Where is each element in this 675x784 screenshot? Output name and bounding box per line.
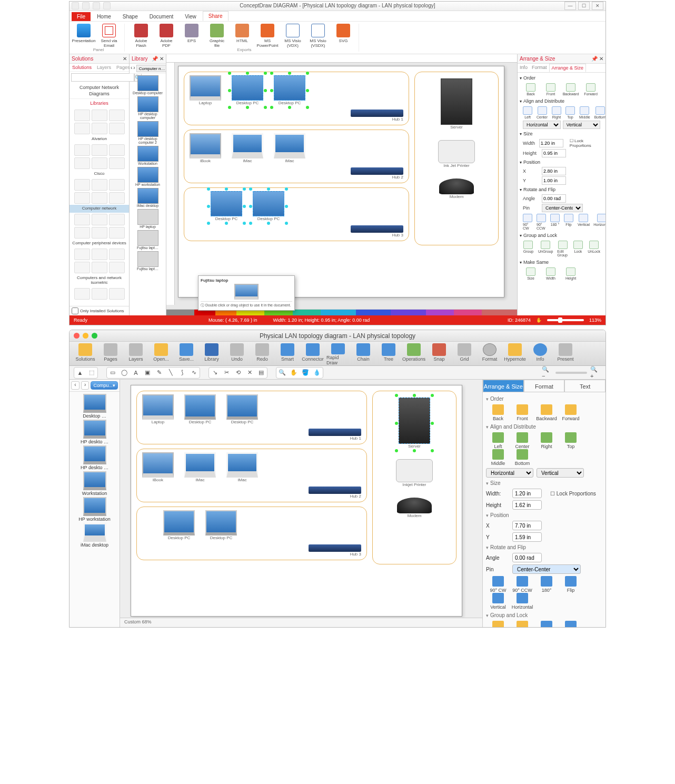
btn-unlock[interactable]: UnLock bbox=[559, 621, 583, 628]
y-input[interactable] bbox=[542, 176, 566, 185]
rp-tab-info[interactable]: Info bbox=[518, 64, 530, 72]
btn-90cw[interactable]: 90° CW bbox=[486, 576, 510, 593]
sec-group[interactable]: Group and Lock bbox=[486, 611, 602, 620]
panel-close-icon[interactable]: ✕ bbox=[123, 56, 127, 62]
btn-front[interactable]: Front bbox=[543, 83, 559, 96]
btn-flip-v[interactable]: Vertical bbox=[578, 214, 590, 230]
btn-ungroup[interactable]: UnGroup bbox=[538, 241, 553, 257]
panel-close-icon[interactable]: 📌 ✕ bbox=[591, 56, 603, 62]
distrib-vert[interactable]: Vertical bbox=[537, 468, 584, 478]
solutions-search-input[interactable] bbox=[71, 73, 134, 82]
shape-printer[interactable]: Inkjet Printer bbox=[396, 459, 433, 487]
height-input[interactable] bbox=[542, 149, 566, 157]
lib-cat[interactable]: Cisco bbox=[70, 170, 129, 178]
tab-format[interactable]: Format bbox=[524, 380, 565, 392]
btn-back[interactable]: Back bbox=[523, 83, 539, 96]
shape-hub[interactable] bbox=[351, 110, 403, 117]
tab-shape[interactable]: Shape bbox=[117, 12, 143, 21]
x-input[interactable] bbox=[512, 521, 542, 530]
zoom-slider[interactable] bbox=[547, 319, 584, 321]
lib-back-icon[interactable]: ‹ bbox=[131, 65, 132, 72]
distrib-horiz[interactable]: Horizontal bbox=[523, 121, 561, 129]
tool-lasso[interactable]: ⬚ bbox=[86, 368, 97, 378]
sec-group[interactable]: Group and Lock bbox=[520, 231, 603, 240]
btn-backward[interactable]: Backward bbox=[563, 83, 579, 96]
btn-lock[interactable]: Lock bbox=[572, 241, 583, 257]
minimize-dot[interactable] bbox=[83, 333, 88, 339]
btn-flip[interactable]: Flip bbox=[564, 214, 573, 230]
sec-same[interactable]: Make Same bbox=[520, 258, 603, 266]
qat-save-icon[interactable] bbox=[72, 2, 79, 9]
lib-cat-selected[interactable]: Computer network bbox=[70, 205, 129, 213]
lib-item[interactable]: Desktop computer bbox=[132, 75, 164, 95]
lib-item[interactable]: HP desktop computer bbox=[132, 96, 164, 120]
btn-vdx[interactable]: MS Visio (VDX) bbox=[282, 24, 304, 48]
lib-item[interactable]: iMac desktop bbox=[132, 187, 164, 208]
shape-server-selected[interactable]: Server bbox=[399, 398, 430, 449]
lib-item[interactable]: Workstation bbox=[132, 145, 164, 166]
tb-tree[interactable]: Tree bbox=[377, 343, 400, 365]
subtab-solutions[interactable]: Solutions bbox=[70, 64, 94, 71]
lib-dropdown[interactable]: Compu...▾ bbox=[91, 381, 118, 390]
btn-180[interactable]: 180 ° bbox=[550, 214, 560, 230]
tab-share[interactable]: Share bbox=[203, 11, 229, 21]
zoom-dot[interactable] bbox=[92, 333, 97, 339]
lib-item[interactable]: HP workstation bbox=[73, 497, 116, 522]
width-input[interactable] bbox=[512, 489, 542, 498]
page[interactable]: Laptop Desktop PC Desktop PC Hub 1 iBook… bbox=[178, 66, 504, 297]
tb-hypernote[interactable]: Hypernote bbox=[503, 343, 527, 365]
btn-bottom[interactable]: Bottom bbox=[510, 449, 534, 466]
btn-svg[interactable]: SVG bbox=[332, 24, 354, 43]
maximize-button[interactable]: ☐ bbox=[578, 2, 590, 10]
shape-laptop[interactable]: Laptop bbox=[142, 394, 174, 424]
tab-home[interactable]: Home bbox=[92, 12, 116, 21]
tool-line[interactable]: ╲ bbox=[165, 368, 176, 378]
angle-input[interactable] bbox=[542, 194, 566, 203]
btn-90ccw[interactable]: 90° CCW bbox=[537, 214, 546, 230]
btn-editgroup[interactable]: Edit Group bbox=[557, 241, 568, 257]
tab-text[interactable]: Text bbox=[564, 380, 605, 392]
height-input[interactable] bbox=[512, 500, 542, 510]
shape-desktop-selected[interactable]: Desktop PC bbox=[253, 191, 284, 221]
btn-same-height[interactable]: Height bbox=[563, 267, 579, 280]
shape-modem[interactable]: Modem bbox=[439, 178, 474, 199]
lib-nav-fwd[interactable]: › bbox=[81, 381, 90, 390]
btn-forward[interactable]: Forward bbox=[559, 404, 583, 421]
width-input[interactable] bbox=[539, 139, 563, 147]
btn-align-middle[interactable]: Middle bbox=[579, 106, 590, 119]
lib-item[interactable]: Fujitsu lapt… bbox=[132, 251, 164, 271]
lib-item[interactable]: HP workstation bbox=[132, 166, 164, 187]
mac-canvas[interactable]: Laptop Desktop PC Desktop PC Hub 1 iBook… bbox=[120, 380, 482, 627]
btn-flip-v[interactable]: Vertical bbox=[486, 593, 510, 610]
sec-rotate[interactable]: Rotate and Flip bbox=[486, 543, 602, 552]
tb-rapiddraw[interactable]: Rapid Draw bbox=[326, 343, 350, 365]
subtab-layers[interactable]: Layers bbox=[94, 64, 114, 71]
btn-front[interactable]: Front bbox=[510, 404, 534, 421]
btn-180[interactable]: 180° bbox=[534, 576, 559, 593]
shape-desktop[interactable]: Desktop PC bbox=[226, 394, 258, 424]
tab-arrange-size[interactable]: Arrange & Size bbox=[483, 380, 524, 392]
library-select[interactable]: Computer n… bbox=[136, 65, 166, 72]
btn-align-top[interactable]: Top bbox=[565, 106, 575, 119]
tool-fill[interactable]: 🪣 bbox=[300, 368, 311, 378]
btn-same-size[interactable]: Size bbox=[523, 267, 539, 280]
tool-edit[interactable]: ✂ bbox=[221, 368, 232, 378]
tab-file[interactable]: File bbox=[72, 12, 91, 21]
zoom-value[interactable]: 113% bbox=[589, 317, 601, 323]
tb-operations[interactable]: Operations bbox=[402, 343, 425, 365]
tool-ellipse[interactable]: ◯ bbox=[119, 368, 130, 378]
qat-redo-icon[interactable] bbox=[93, 2, 100, 9]
lib-item[interactable]: Workstation bbox=[73, 471, 116, 496]
btn-eps[interactable]: EPS bbox=[181, 24, 203, 43]
lib-item[interactable]: HP laptop bbox=[132, 209, 164, 229]
tb-grid[interactable]: Grid bbox=[453, 343, 476, 365]
tool-arc[interactable]: ⟆ bbox=[177, 368, 187, 378]
btn-graphic[interactable]: Graphic file bbox=[206, 24, 228, 48]
hand-icon[interactable]: ✋ bbox=[536, 317, 542, 323]
rp-tab-format[interactable]: Format bbox=[530, 64, 549, 72]
shape-desktop-selected[interactable]: Desktop PC bbox=[211, 191, 242, 221]
btn-vsdx[interactable]: MS Visio (VSDX) bbox=[307, 24, 329, 48]
shape-imac[interactable]: iMac bbox=[226, 452, 258, 482]
tool-layers[interactable]: ▤ bbox=[256, 368, 266, 378]
shape-desktop[interactable]: Desktop PC bbox=[205, 510, 237, 540]
